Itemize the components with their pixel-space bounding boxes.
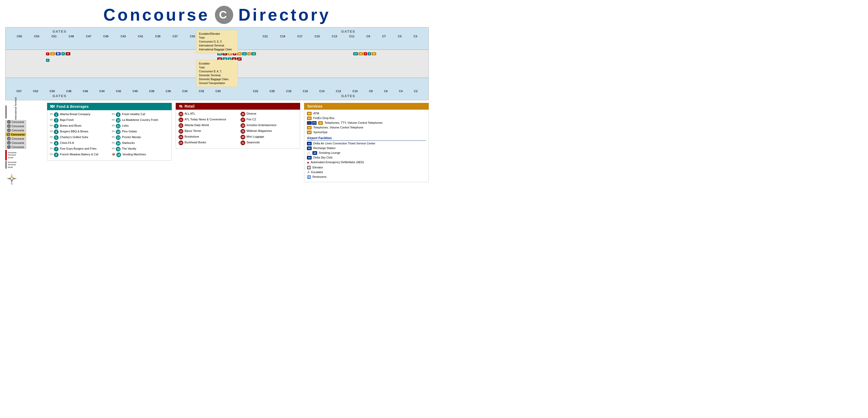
food-item-13: 🍽 13 Pronto! Merato [112, 135, 168, 140]
services-panel: Services 40 ATM 41 FedEx Drop Box 📞 TTY … [304, 103, 429, 185]
svg-text:N: N [11, 183, 12, 185]
retail-header: 🛍 Retail [176, 103, 301, 110]
service-item-43: 43 Telephones, Volume Control Telephone [307, 126, 426, 130]
concourse-map: GATES GATES GATES GATES Escalator/Elevat… [5, 27, 429, 100]
airport-item-elevator: 🔲 Elevator [307, 166, 426, 169]
compass-icon: N [5, 172, 18, 185]
airport-facilities-header: Airport Facilities [307, 136, 426, 141]
airport-item-41: 41 Delta Air Lines Connection Ticket Ser… [307, 142, 426, 145]
food-header: 🍽 Food & Beverages [47, 103, 172, 110]
airport-item-aed: ♥ Automated Emergency Defibrillator (AED… [307, 161, 426, 165]
food-item-4: 🍽 4 Burgers BBQ & Brews [50, 130, 107, 134]
service-item-42: 📞 TTY 42 Telephones, TTY, Volume Control… [307, 121, 426, 125]
food-item-1: 🍽 1 Atlanta Bread Company [50, 112, 107, 117]
retail-item-31: 31 Swarovski [241, 140, 297, 145]
airport-item-restrooms: 🚻 Restrooms [307, 175, 426, 179]
retail-item-28: 28 Inmotion Entertainment [241, 123, 297, 128]
gate-numbers-bottom: C57C52C50C48C46C44 C42C40C38C36C34C32C30… [5, 90, 429, 93]
gates-top-right-label: GATES [341, 30, 355, 33]
food-body: 🍽 1 Atlanta Bread Company 🍽 2 Baja Fresh… [47, 110, 172, 161]
food-item-7: 🍽 7 Five Guys Burgers and Fries [50, 147, 107, 151]
airport-item-42: 42 Recharge Station [307, 146, 426, 150]
food-item-9: 🍽 9 Fresh Healthy Caf [112, 112, 168, 117]
retail-panel: 🛍 Retail 20 ALL ATL 21 ATL Today News & … [176, 103, 301, 185]
food-item-10: 🍽 10 La Madeleine Country Fresh [112, 118, 168, 123]
services-body: 40 ATM 41 FedEx Drop Box 📞 TTY 42 Teleph… [304, 110, 429, 182]
svg-marker-3 [12, 177, 17, 180]
food-item-2: 🍽 2 Baja Fresh [50, 118, 107, 123]
concourse-icon: C [215, 6, 233, 24]
food-item-6: 🍽 6 Chick-Fil-A [50, 141, 107, 146]
retail-item-30: 30 Mori Luggage [241, 135, 297, 139]
service-item-40: 40 ATM [307, 112, 426, 115]
food-item-5: 🍽 5 Charley's Grilled Subs [50, 135, 107, 140]
escalator-box-bottom: EscalatorTrainConcourses B, A, T,Domesti… [196, 60, 238, 87]
gates-bottom-left-label: GATES [53, 94, 67, 98]
airport-item-delta-sky: 44 Delta Sky Club [307, 156, 426, 160]
title-text-before: Concourse [103, 5, 209, 25]
retail-item-29: 29 Midtown Magazines [241, 129, 297, 134]
legend-section: International Terminal F Concourse E Con… [5, 103, 429, 185]
service-item-44: 44 XpressSpa [307, 131, 426, 134]
food-item-16: 📦 16 Vending Machines [112, 152, 168, 157]
map-icons-area2: 2 [46, 58, 50, 62]
airport-item-escalator: ↗ Escalator [307, 171, 426, 174]
title-text-after: Directory [239, 5, 331, 25]
concourse-diagram: International Terminal F Concourse E Con… [5, 105, 42, 185]
retail-item-20: 20 ALL ATL [179, 112, 235, 116]
map-icons-right-top: 10 16 ♥ 3 43 [353, 52, 376, 55]
svg-marker-2 [6, 177, 12, 180]
food-item-14: 🍽 14 Starbucks [112, 141, 168, 146]
food-item-3: 🍽 3 Brews and Blues [50, 124, 107, 129]
retail-item-25: 25 Buckhead Books [179, 140, 235, 145]
retail-item-21: 21 ATL Today News & Convenience [179, 117, 235, 122]
escalator-box-top: Escalator/ElevatorTrainConcourses D, E, … [196, 30, 238, 53]
retail-item-22: 22 Atlanta Daily World [179, 123, 235, 128]
gates-bottom-right-label: GATES [341, 94, 355, 98]
food-item-12: 🍽 12 Pino Gelato [112, 130, 168, 134]
airport-item-smoking: 🚬 43 Smoking Lounge [307, 151, 426, 155]
retail-body: 20 ALL ATL 21 ATL Today News & Convenien… [176, 110, 301, 148]
food-beverages-panel: 🍽 Food & Beverages 🍽 1 Atlanta Bread Com… [47, 103, 172, 185]
retail-item-24: 24 Brookstone [179, 135, 235, 139]
food-item-15: 🍽 15 The Varsity [112, 147, 168, 151]
gates-top-left-label: GATES [53, 30, 67, 33]
retail-item-23: 23 Bijoux Terner [179, 129, 235, 134]
legend-panels: 🍽 Food & Beverages 🍽 1 Atlanta Bread Com… [47, 103, 429, 185]
map-icons-area1: ♥ 16 🚻 9 29 [46, 52, 70, 55]
retail-item-27: 27 Fire CZ [241, 117, 297, 122]
retail-item-26: 26 Diverse [241, 112, 297, 116]
page-title: Concourse C Directory [0, 0, 434, 27]
food-item-11: 🍽 11 Links [112, 124, 168, 129]
services-header: Services [304, 103, 429, 110]
food-item-8: 🍽 8 French Meadow Bakery & Caf [50, 152, 107, 157]
service-item-41: 41 FedEx Drop Box [307, 116, 426, 120]
